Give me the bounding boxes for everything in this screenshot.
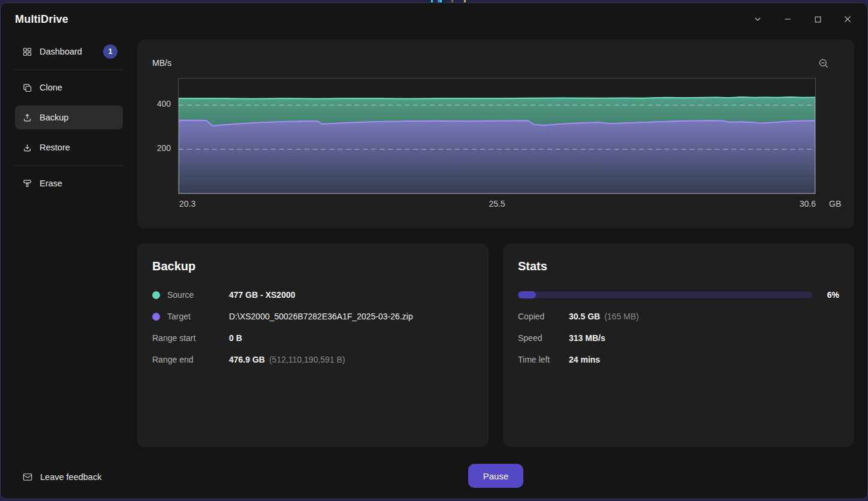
sidebar-item-label: Clone bbox=[40, 83, 62, 92]
leave-feedback-label: Leave feedback bbox=[40, 472, 101, 482]
target-value: D:\XS2000_50026B7282E36A1F_2025-03-26.zi… bbox=[229, 312, 413, 321]
grid-icon bbox=[22, 47, 32, 57]
maximize-icon bbox=[813, 15, 822, 24]
source-value: 477 GB - XS2000 bbox=[229, 290, 296, 300]
chevron-down-icon bbox=[753, 14, 762, 24]
range-start-value: 0 B bbox=[229, 333, 242, 343]
x-tick-mid: 25.5 bbox=[489, 199, 505, 209]
row-label: Source bbox=[167, 290, 194, 300]
source-row: Source 477 GB - XS2000 bbox=[152, 284, 474, 306]
app-title: MultiDrive bbox=[15, 13, 68, 26]
sidebar-item-label: Restore bbox=[40, 143, 70, 152]
menu-chevron-button[interactable] bbox=[749, 9, 766, 29]
target-row: Target D:\XS2000_50026B7282E36A1F_2025-0… bbox=[152, 306, 474, 327]
copied-extra: (165 MB) bbox=[604, 312, 639, 321]
x-axis: 20.3 25.5 30.6 GB bbox=[178, 199, 816, 211]
leave-feedback-link[interactable]: Leave feedback bbox=[22, 472, 101, 482]
minimize-button[interactable] bbox=[779, 9, 796, 29]
x-tick-start: 20.3 bbox=[179, 199, 195, 209]
speed-row: Speed 313 MB/s bbox=[518, 327, 839, 349]
sidebar-item-erase[interactable]: Erase bbox=[15, 171, 123, 195]
sidebar-item-clone[interactable]: Clone bbox=[15, 76, 123, 99]
notification-badge: 1 bbox=[103, 44, 117, 59]
stats-rows: 6% Copied 30.5 GB (165 MB) Speed 313 MB/… bbox=[518, 284, 839, 370]
sidebar-item-label: Dashboard bbox=[40, 47, 82, 56]
y-tick-400: 400 bbox=[137, 99, 171, 108]
pause-button[interactable]: Pause bbox=[468, 464, 523, 488]
sidebar: Dashboard 1 Clone Backup Restore Erase bbox=[1, 37, 137, 499]
copied-value: 30.5 GB bbox=[569, 312, 600, 321]
row-label: Target bbox=[167, 312, 191, 321]
copy-icon bbox=[22, 83, 32, 93]
source-color-dot bbox=[152, 291, 160, 299]
sidebar-divider bbox=[15, 165, 123, 166]
zoom-out-icon bbox=[818, 58, 830, 70]
app-window: MultiDrive Dashboard 1 Clone bbox=[0, 2, 868, 499]
minimize-icon bbox=[783, 14, 792, 24]
progress-bar bbox=[518, 291, 813, 298]
sidebar-item-backup[interactable]: Backup bbox=[15, 105, 123, 129]
range-end-row: Range end 476.9 GB (512,110,190,591 B) bbox=[152, 349, 474, 370]
close-icon bbox=[843, 14, 852, 24]
y-axis-unit-label: MB/s bbox=[152, 58, 171, 68]
row-label: Range start bbox=[152, 333, 195, 343]
time-left-row: Time left 24 mins bbox=[518, 349, 839, 370]
mail-icon bbox=[22, 472, 33, 482]
range-end-bytes: (512,110,190,591 B) bbox=[269, 355, 345, 364]
row-label: Time left bbox=[518, 355, 550, 364]
sidebar-item-dashboard[interactable]: Dashboard 1 bbox=[15, 40, 123, 64]
stats-card: Stats 6% Copied 30.5 GB (165 MB) Speed 3… bbox=[503, 243, 854, 447]
close-button[interactable] bbox=[839, 9, 856, 29]
sidebar-item-restore[interactable]: Restore bbox=[15, 135, 123, 159]
speed-chart-plot[interactable] bbox=[178, 78, 816, 194]
maximize-button[interactable] bbox=[809, 9, 826, 29]
range-end-value: 476.9 GB bbox=[229, 355, 265, 364]
x-tick-end: 30.6 bbox=[800, 199, 816, 209]
download-icon bbox=[22, 143, 32, 153]
row-label: Speed bbox=[518, 333, 542, 343]
upload-icon bbox=[22, 113, 32, 123]
backup-card-title: Backup bbox=[152, 259, 195, 273]
progress-fill bbox=[518, 291, 536, 298]
scraper-icon bbox=[22, 179, 32, 189]
speed-value: 313 MB/s bbox=[569, 333, 605, 343]
progress-percent: 6% bbox=[813, 290, 839, 300]
backup-rows: Source 477 GB - XS2000 Target D:\XS2000_… bbox=[152, 284, 474, 370]
window-controls bbox=[749, 9, 856, 29]
speed-chart-card: MB/s 400 200 20.3 25.5 30.6 GB bbox=[137, 40, 854, 228]
backup-info-card: Backup Source 477 GB - XS2000 Target D:\… bbox=[137, 243, 489, 447]
time-left-value: 24 mins bbox=[569, 355, 600, 364]
progress-row: 6% bbox=[518, 284, 839, 306]
y-tick-200: 200 bbox=[137, 143, 171, 153]
range-start-row: Range start 0 B bbox=[152, 327, 474, 349]
zoom-out-button[interactable] bbox=[816, 56, 831, 71]
row-label: Copied bbox=[518, 312, 544, 321]
sidebar-item-label: Backup bbox=[40, 113, 68, 122]
sidebar-divider bbox=[15, 70, 123, 70]
titlebar: MultiDrive bbox=[1, 3, 867, 37]
target-color-dot bbox=[152, 313, 160, 321]
row-label: Range end bbox=[152, 355, 194, 364]
speed-chart-svg bbox=[179, 79, 815, 194]
x-axis-unit-label: GB bbox=[829, 199, 841, 209]
sidebar-item-label: Erase bbox=[40, 179, 62, 188]
copied-row: Copied 30.5 GB (165 MB) bbox=[518, 306, 839, 327]
stats-card-title: Stats bbox=[518, 259, 547, 273]
